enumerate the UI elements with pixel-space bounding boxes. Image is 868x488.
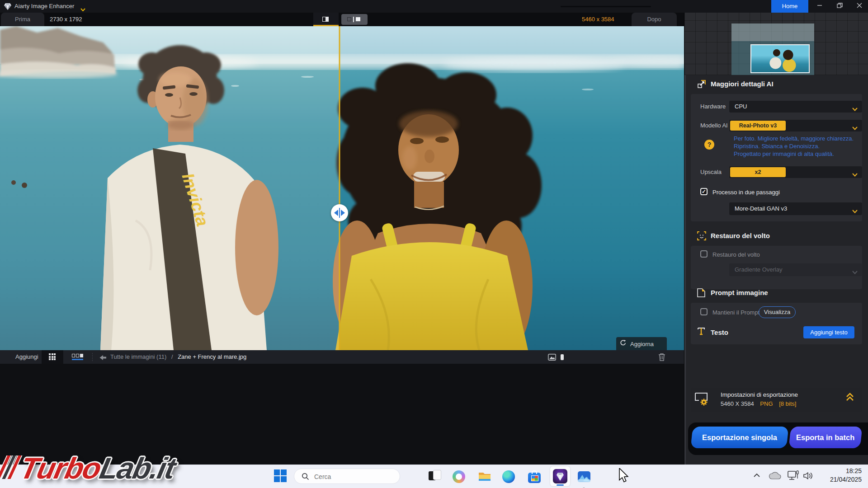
detail-section-title: Maggiori dettagli AI xyxy=(711,79,774,89)
navigator[interactable] xyxy=(684,13,868,75)
breadcrumb-all-images[interactable]: Tutte le immagini (11) xyxy=(110,353,166,360)
face-restore-checkbox[interactable] xyxy=(700,250,708,258)
split-view-icon xyxy=(322,17,329,22)
compare-bar: Prima 2730 x 1792 5460 x 3584 Dopo xyxy=(0,13,684,26)
file-explorer-icon[interactable] xyxy=(477,469,492,484)
grid-view-button[interactable] xyxy=(42,350,63,364)
export-size: 5460 X 3584 xyxy=(721,400,754,407)
delete-icon[interactable] xyxy=(658,353,665,363)
face-restore-checkbox-label[interactable]: Restauro del volto xyxy=(712,249,760,261)
detail-section-icon xyxy=(697,80,706,90)
thumbnail-size-slider-handle[interactable] xyxy=(561,354,564,360)
task-view-icon[interactable] xyxy=(428,469,442,484)
split-view-toggle[interactable] xyxy=(313,13,339,26)
upscale-dropdown[interactable]: x2 xyxy=(729,166,862,178)
thumbnail-size-slider[interactable] xyxy=(561,6,651,7)
compare-slider-handle[interactable] xyxy=(331,204,348,221)
microsoft-store-icon[interactable] xyxy=(527,469,542,484)
collapse-chevrons-icon[interactable] xyxy=(845,392,854,404)
minimize-button[interactable] xyxy=(811,0,828,13)
aiarty-active-indicator xyxy=(557,484,564,486)
viewer-controls: Aggiorna 38% xyxy=(616,337,667,350)
side-by-side-icon-right xyxy=(356,17,360,21)
help-icon[interactable]: ? xyxy=(704,140,714,150)
screen: Aiarty Image Enhancer Home Prima 2730 x … xyxy=(0,0,868,488)
image-viewport[interactable]: Invicta xyxy=(0,26,684,350)
model-description-line2: Ripristina. Sbianca e Denoisizza. xyxy=(734,142,862,150)
photos-app-icon[interactable] xyxy=(577,469,591,484)
text-section-icon xyxy=(697,327,705,337)
tray-chevron-up-icon[interactable] xyxy=(753,471,760,479)
thumbnail-size-icon xyxy=(548,354,556,362)
model-dropdown[interactable]: Real-Photo v3 xyxy=(729,120,862,131)
chevron-down-icon xyxy=(852,207,858,215)
model-description-line1: Per foto. Migliore fedeltà, maggiore chi… xyxy=(734,135,862,142)
two-pass-checkbox[interactable]: ✓ xyxy=(700,188,708,195)
keep-prompt-label[interactable]: Mantieni il Prompt xyxy=(712,307,760,319)
refresh-row[interactable]: Aggiorna xyxy=(620,338,654,350)
compare-divider-line xyxy=(339,26,340,350)
app-logo-icon xyxy=(4,2,12,12)
two-pass-label[interactable]: Processo in due passaggi xyxy=(712,187,780,198)
search-input[interactable] xyxy=(313,471,392,483)
panel-scrollbar[interactable] xyxy=(684,13,686,465)
filmstrip: + ✓ xyxy=(0,364,684,465)
tab-before[interactable]: Prima xyxy=(1,13,44,26)
aiarty-taskbar-slot[interactable] xyxy=(550,466,570,486)
windows-start-icon[interactable] xyxy=(274,469,288,484)
edge-icon[interactable] xyxy=(502,470,515,483)
keep-prompt-checkbox[interactable] xyxy=(700,308,708,315)
slider-right-arrow-icon xyxy=(341,210,345,216)
settings-panel: Maggiori dettagli AI Hardware CPU Modell… xyxy=(684,13,868,465)
export-single-button[interactable]: Esportazione singola xyxy=(690,427,788,448)
mouse-cursor xyxy=(618,468,629,484)
copilot-icon[interactable] xyxy=(453,470,465,483)
chevron-down-icon xyxy=(852,105,858,113)
face-restore-icon xyxy=(697,231,706,242)
slider-left-arrow-icon xyxy=(334,210,338,216)
refresh-label: Aggiorna xyxy=(630,338,654,350)
add-text-button[interactable]: Aggiungi testo xyxy=(803,326,854,338)
close-button[interactable] xyxy=(851,0,868,13)
add-image-label[interactable]: Aggiungi xyxy=(15,350,38,364)
onedrive-cloud-icon[interactable] xyxy=(769,471,781,482)
export-settings-icon xyxy=(693,391,710,408)
clock-time: 18:25 xyxy=(812,467,862,475)
grid-view-icon xyxy=(49,353,56,360)
export-bit-depth: [8 bits] xyxy=(779,400,796,407)
breadcrumb-filename: Zane + Frency al mare.jpg xyxy=(178,353,246,360)
aiarty-app-icon xyxy=(553,469,567,483)
side-by-side-icon-divider xyxy=(353,17,354,22)
face-restore-dropdown-value: Gradiente Overlay xyxy=(735,263,783,276)
breadcrumb[interactable]: Tutte le immagini (11) / Zane + Frency a… xyxy=(110,350,246,364)
app-menu-chevron-icon[interactable] xyxy=(80,5,85,13)
hardware-dropdown[interactable]: CPU xyxy=(729,101,862,113)
side-by-side-icon-left xyxy=(347,17,351,21)
prompt-section-icon xyxy=(697,288,705,299)
view-prompt-button[interactable]: Visualizza xyxy=(759,306,796,318)
toolbar-divider xyxy=(92,353,93,361)
filmstrip-view-button[interactable] xyxy=(66,350,89,364)
face-restore-dropdown-disabled: Gradiente Overlay xyxy=(729,263,862,276)
refresh-icon xyxy=(620,338,627,350)
taskbar-clock[interactable]: 18:25 21/04/2025 xyxy=(812,467,862,484)
model-value-pill: Real-Photo v3 xyxy=(730,121,786,131)
gan-value: More-Detail GAN v3 xyxy=(735,202,787,215)
filmstrip-view-icon xyxy=(72,354,75,357)
maximize-button[interactable] xyxy=(831,0,848,13)
side-by-side-toggle[interactable] xyxy=(341,14,368,25)
navigator-viewport-box[interactable] xyxy=(750,44,810,73)
chevron-down-icon xyxy=(852,268,858,276)
chevron-down-icon xyxy=(852,170,858,178)
tab-after[interactable]: Dopo xyxy=(632,13,677,26)
upscale-label: Upscala xyxy=(700,166,722,178)
hardware-value: CPU xyxy=(735,101,747,113)
device-monitor-icon[interactable] xyxy=(788,470,799,483)
taskbar-search[interactable] xyxy=(294,469,400,484)
export-format: PNG xyxy=(760,400,773,407)
export-batch-button[interactable]: Esporta in batch xyxy=(788,427,862,448)
breadcrumb-separator: / xyxy=(171,353,173,360)
back-arrow-icon[interactable] xyxy=(99,354,106,362)
home-button[interactable]: Home xyxy=(771,0,808,13)
gan-dropdown[interactable]: More-Detail GAN v3 xyxy=(729,202,862,215)
